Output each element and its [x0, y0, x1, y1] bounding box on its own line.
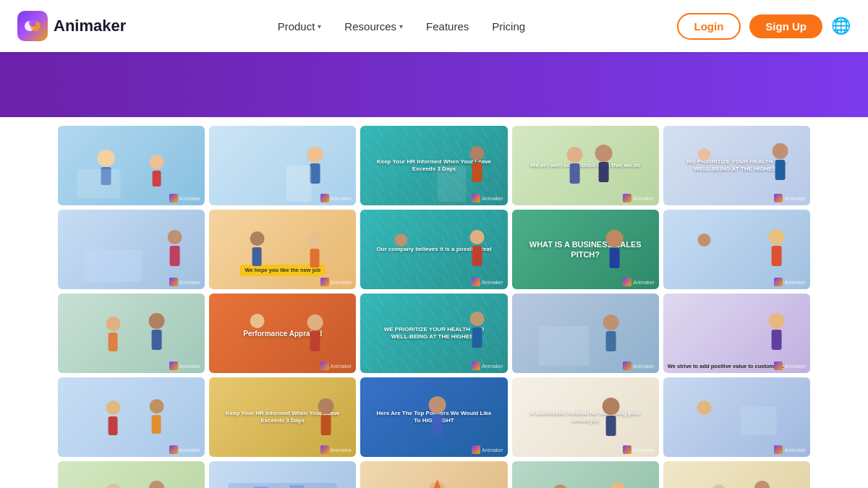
animaker-badge-8: Animaker: [472, 278, 503, 286]
svg-point-76: [553, 484, 567, 488]
hero-banner: [0, 52, 868, 117]
card-text-18: Here Are The Top Pointers We Would Like …: [372, 407, 497, 428]
card-inner-7: We hope you like the new job Animaker: [209, 210, 356, 289]
gallery-card-15[interactable]: We strive to add positive value to custo…: [663, 294, 810, 373]
gallery-card-17[interactable]: Keep Your HR Informed When Your Leave Ex…: [209, 377, 356, 457]
card-inner-24: We hope you like the new job Animaker: [512, 461, 659, 488]
svg-point-74: [610, 482, 626, 488]
svg-point-35: [697, 234, 710, 247]
animaker-badge-logo: [774, 194, 783, 202]
logo-text: Animaker: [54, 17, 126, 35]
animaker-badge-14: Animaker: [623, 361, 655, 370]
gallery-card-11[interactable]: Animaker: [58, 294, 205, 373]
gallery-grid: Animaker AnimakerKeep Your HR Informed W…: [58, 126, 810, 488]
animaker-badge-17: Animaker: [320, 445, 352, 454]
animaker-badge-logo: [623, 194, 631, 202]
svg-rect-4: [101, 167, 111, 185]
svg-point-38: [149, 313, 165, 329]
svg-rect-46: [605, 331, 616, 351]
gallery-card-19[interactable]: A successful method for searching your d…: [512, 377, 659, 457]
animaker-badge-logo: [623, 278, 631, 286]
gallery-card-7[interactable]: We hope you like the new job Animaker: [209, 210, 356, 289]
signup-button[interactable]: Sign Up: [749, 14, 822, 38]
logo-area[interactable]: Animaker: [17, 11, 126, 41]
svg-point-48: [768, 313, 784, 329]
svg-rect-9: [310, 163, 320, 184]
svg-rect-34: [771, 246, 781, 266]
gallery-card-2[interactable]: Animaker: [209, 126, 356, 205]
gallery-card-1[interactable]: Animaker: [58, 126, 205, 205]
nav-product[interactable]: Product ▾: [278, 20, 322, 33]
card-text-19: A successful method for searching your d…: [523, 407, 648, 428]
gallery-wrapper: Animaker AnimakerKeep Your HR Informed W…: [0, 117, 868, 488]
card-inner-13: WE PRIORITIZE YOUR HEALTH AND WELL-BEING…: [360, 294, 507, 373]
gallery-card-20[interactable]: Animaker: [663, 377, 810, 457]
animaker-badge-logo: [774, 278, 783, 286]
animaker-badge-logo: [472, 361, 480, 370]
gallery-card-12[interactable]: Performance Appraisal Animaker: [209, 294, 356, 373]
animaker-badge-9: Animaker: [623, 278, 655, 286]
gallery-card-14[interactable]: Animaker: [512, 294, 659, 373]
login-button[interactable]: Login: [677, 13, 741, 40]
svg-rect-66: [229, 483, 337, 488]
animaker-badge-13: Animaker: [472, 361, 503, 370]
animaker-badge-logo: [169, 445, 178, 454]
gallery-card-6[interactable]: Animaker: [58, 210, 205, 289]
gallery-card-25[interactable]: Animaker: [663, 461, 810, 488]
nav-resources[interactable]: Resources ▾: [344, 20, 403, 33]
card-figure-21: [58, 461, 205, 488]
card-figure-22: [209, 461, 356, 488]
card-inner-10: Animaker: [663, 210, 810, 289]
animaker-badge-1: Animaker: [169, 194, 201, 202]
gallery-card-23[interactable]: Stock options are a way to share our com…: [360, 461, 507, 488]
animaker-badge-logo: [774, 445, 783, 454]
card-inner-25: Animaker: [663, 461, 810, 488]
svg-point-62: [106, 484, 122, 488]
svg-rect-7: [77, 169, 121, 198]
svg-rect-10: [286, 166, 312, 202]
gallery-card-22[interactable]: Animaker: [209, 461, 356, 488]
animaker-badge-logo: [623, 445, 631, 454]
nav-features[interactable]: Features: [426, 20, 469, 33]
card-inner-21: We act with solid ethics in all that we …: [58, 461, 205, 488]
svg-rect-47: [538, 326, 589, 366]
gallery-card-18[interactable]: Here Are The Top Pointers We Would Like …: [360, 377, 507, 457]
svg-rect-49: [771, 330, 781, 350]
globe-icon[interactable]: 🌐: [831, 17, 851, 35]
animaker-badge-5: Animaker: [774, 194, 806, 202]
gallery-card-5[interactable]: WE PRIORITIZE YOUR HEALTH AND WELL-BEING…: [663, 126, 810, 205]
gallery-card-16[interactable]: Animaker: [58, 377, 205, 457]
header: Animaker Product ▾ Resources ▾ Features …: [0, 0, 868, 52]
svg-point-3: [98, 150, 115, 167]
svg-point-33: [768, 229, 784, 245]
animaker-badge-logo: [169, 278, 178, 286]
gallery-card-13[interactable]: WE PRIORITIZE YOUR HEALTH AND WELL-BEING…: [360, 294, 507, 373]
animaker-badge-logo: [169, 361, 178, 370]
svg-rect-39: [152, 330, 162, 350]
gallery-card-10[interactable]: Animaker: [663, 210, 810, 289]
gallery-card-24[interactable]: We hope you like the new job Animaker: [512, 461, 659, 488]
gallery-card-9[interactable]: WHAT IS A BUSINESS SALES PITCH? Animaker: [512, 210, 659, 289]
animaker-badge-logo: [472, 278, 480, 286]
animaker-badge-logo: [169, 194, 178, 202]
card-inner-5: WE PRIORITIZE YOUR HEALTH AND WELL-BEING…: [663, 126, 810, 205]
gallery-card-8[interactable]: Our company believes it is a possible fe…: [360, 210, 507, 289]
svg-rect-37: [109, 333, 118, 351]
gallery-card-3[interactable]: Keep Your HR Informed When Your Leave Ex…: [360, 126, 507, 205]
svg-rect-53: [152, 415, 161, 434]
main-nav: Product ▾ Resources ▾ Features Pricing: [278, 20, 525, 33]
gallery-card-4[interactable]: We act with solid ethics in all that we …: [512, 126, 659, 205]
card-text-17: Keep Your HR Informed When Your Leave Ex…: [220, 407, 345, 428]
svg-point-61: [697, 401, 711, 415]
svg-point-26: [250, 231, 265, 246]
card-inner-14: Animaker: [512, 294, 659, 373]
animaker-badge-3: Animaker: [472, 194, 503, 202]
card-text-8: Our company believes it is a possible fe…: [372, 243, 497, 256]
card-inner-23: Stock options are a way to share our com…: [360, 461, 507, 488]
nav-pricing[interactable]: Pricing: [492, 20, 525, 33]
card-inner-4: We act with solid ethics in all that we …: [512, 126, 659, 205]
card-text-13: WE PRIORITIZE YOUR HEALTH AND WELL-BEING…: [372, 323, 497, 344]
gallery-card-21[interactable]: We act with solid ethics in all that we …: [58, 461, 205, 488]
card-inner-6: Animaker: [58, 210, 205, 289]
card-text-5: WE PRIORITIZE YOUR HEALTH AND WELL-BEING…: [674, 155, 799, 176]
